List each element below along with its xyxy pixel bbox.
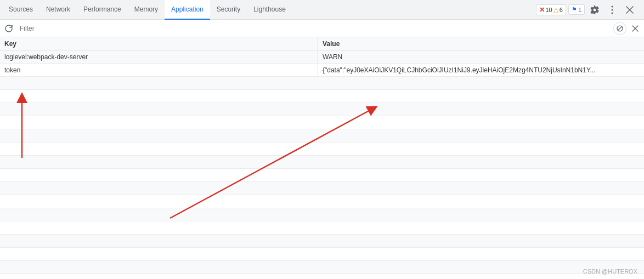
svg-point-1 — [612, 9, 613, 10]
svg-point-0 — [612, 5, 613, 7]
table-row[interactable]: token {"data":"eyJ0eXAiOiJKV1QiLCJhbGciO… — [0, 64, 644, 77]
tab-memory[interactable]: Memory — [128, 0, 165, 20]
tab-sources[interactable]: Sources — [2, 0, 39, 20]
table-row-empty — [0, 103, 644, 116]
table-row-empty — [0, 208, 644, 221]
table-row-empty — [0, 261, 644, 274]
filter-no-icon[interactable] — [613, 22, 626, 35]
info-count: 1 — [578, 7, 581, 13]
table-row-empty — [0, 129, 644, 143]
info-icon: ⚑ — [572, 6, 577, 13]
table-body: loglevel:webpack-dev-server WARN token {… — [0, 50, 644, 279]
table-row-empty — [0, 182, 644, 195]
table-row-empty — [0, 235, 644, 248]
table-row-empty — [0, 248, 644, 261]
filter-bar — [0, 20, 644, 37]
error-icon: ✕ — [539, 6, 545, 14]
row-value-1: {"data":"eyJ0eXAiOiJKV1QiLCJhbGciOiJIUzI… — [318, 64, 644, 76]
table-row-empty — [0, 221, 644, 235]
filter-input[interactable] — [18, 24, 611, 33]
refresh-button[interactable] — [2, 22, 15, 35]
info-badge[interactable]: ⚑ 1 — [568, 4, 585, 15]
table-row-empty — [0, 195, 644, 208]
error-count: 10 — [546, 7, 552, 13]
key-column-header: Key — [0, 37, 318, 50]
table-header: Key Value — [0, 37, 644, 50]
warn-icon: △ — [553, 6, 558, 14]
tab-network[interactable]: Network — [39, 0, 77, 20]
table-row-empty — [0, 90, 644, 103]
tab-lighthouse[interactable]: Lighthouse — [247, 0, 292, 20]
settings-button[interactable] — [587, 2, 602, 18]
row-key-0: loglevel:webpack-dev-server — [0, 50, 318, 63]
table-row[interactable]: loglevel:webpack-dev-server WARN — [0, 50, 644, 64]
error-badge[interactable]: ✕ 10 △ 6 — [536, 4, 566, 15]
toolbar-right: ✕ 10 △ 6 ⚑ 1 — [536, 2, 642, 18]
table-row-empty — [0, 116, 644, 129]
tab-application[interactable]: Application — [165, 0, 210, 20]
row-value-0: WARN — [318, 50, 644, 63]
table-row-empty — [0, 156, 644, 169]
warn-count: 6 — [560, 7, 563, 13]
tab-performance[interactable]: Performance — [77, 0, 128, 20]
table-row-empty — [0, 143, 644, 156]
tab-security[interactable]: Security — [210, 0, 247, 20]
table-row-empty — [0, 169, 644, 182]
table-row-empty — [0, 77, 644, 90]
storage-table: Key Value loglevel:webpack-dev-server WA… — [0, 37, 644, 279]
more-button[interactable] — [605, 2, 620, 18]
filter-clear-button[interactable] — [629, 22, 642, 35]
watermark: CSDN @HUTEROX — [583, 268, 637, 275]
value-column-header: Value — [318, 37, 644, 50]
row-key-1: token — [0, 64, 318, 76]
tab-bar: Sources Network Performance Memory Appli… — [0, 0, 644, 20]
svg-point-2 — [612, 12, 613, 14]
close-button[interactable] — [622, 2, 637, 18]
